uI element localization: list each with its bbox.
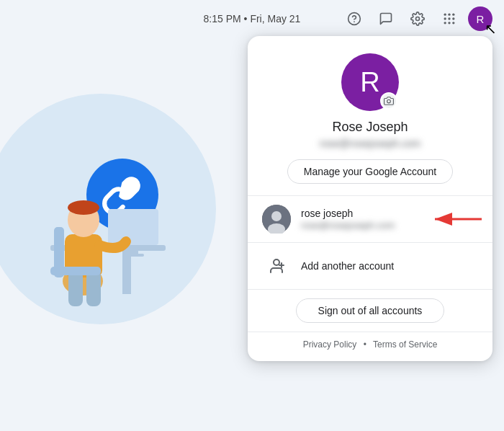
- illustration-area: [0, 36, 245, 431]
- svg-rect-22: [68, 270, 83, 306]
- apps-icon-button[interactable]: [436, 6, 462, 32]
- topbar: 8:15 PM • Fri, May 21: [0, 0, 504, 37]
- footer-separator: •: [364, 339, 366, 350]
- add-account-icon: [262, 252, 291, 280]
- account-avatar-photo: [262, 205, 291, 234]
- user-email: rose@rosejoseph.com: [320, 138, 420, 149]
- svg-point-6: [444, 17, 446, 19]
- sign-out-section: Sign out of all accounts: [248, 290, 492, 332]
- svg-rect-15: [108, 209, 158, 245]
- svg-point-8: [452, 17, 454, 19]
- svg-point-5: [452, 14, 454, 16]
- svg-point-32: [274, 259, 279, 265]
- svg-point-9: [444, 22, 446, 24]
- footer-links: Privacy Policy • Terms of Service: [262, 339, 478, 350]
- settings-icon-button[interactable]: [405, 6, 431, 32]
- cursor-icon: ↖: [485, 20, 497, 37]
- svg-rect-25: [50, 267, 101, 275]
- account-list-item[interactable]: rose joseph rose@rosejoseph.com: [248, 196, 492, 242]
- chat-icon: [379, 12, 393, 26]
- panel-footer: Privacy Policy • Terms of Service: [248, 332, 492, 361]
- chat-icon-button[interactable]: [373, 6, 399, 32]
- svg-point-7: [448, 17, 450, 19]
- svg-point-10: [448, 22, 450, 24]
- manage-google-account-button[interactable]: Manage your Google Account: [287, 159, 453, 184]
- add-account-item[interactable]: Add another account: [248, 243, 492, 289]
- svg-rect-14: [122, 251, 131, 294]
- camera-badge-button[interactable]: [380, 92, 397, 110]
- privacy-policy-link[interactable]: Privacy Policy: [303, 339, 357, 350]
- red-arrow-annotation: [428, 208, 485, 230]
- topbar-icons: R ↖: [341, 6, 492, 32]
- person-illustration: [14, 108, 194, 310]
- camera-icon: [384, 96, 394, 106]
- avatar-large-container: R: [341, 53, 399, 111]
- svg-point-2: [416, 17, 420, 21]
- avatar-letter: R: [477, 13, 485, 25]
- svg-point-3: [444, 14, 446, 16]
- panel-header: R Rose Joseph rose@rosejoseph.com Manage…: [248, 36, 492, 195]
- account-dropdown-panel: R Rose Joseph rose@rosejoseph.com Manage…: [248, 36, 492, 361]
- avatar-large-letter: R: [360, 67, 379, 98]
- terms-of-service-link[interactable]: Terms of Service: [373, 339, 437, 350]
- svg-rect-23: [86, 270, 101, 306]
- svg-point-4: [448, 14, 450, 16]
- user-display-name: Rose Joseph: [332, 120, 408, 135]
- account-photo-icon: [262, 205, 291, 234]
- help-icon: [347, 12, 361, 26]
- apps-icon: [442, 12, 456, 26]
- topbar-time: 8:15 PM • Fri, May 21: [204, 13, 301, 25]
- svg-point-21: [68, 200, 99, 215]
- svg-point-28: [271, 211, 282, 221]
- svg-rect-16: [128, 245, 138, 254]
- person-add-icon: [268, 257, 285, 275]
- sign-out-button[interactable]: Sign out of all accounts: [296, 298, 445, 323]
- help-icon-button[interactable]: [341, 6, 367, 32]
- svg-rect-17: [122, 254, 144, 257]
- add-account-label: Add another account: [301, 260, 394, 272]
- svg-point-11: [452, 22, 454, 24]
- svg-point-26: [387, 99, 391, 103]
- settings-icon: [410, 12, 425, 26]
